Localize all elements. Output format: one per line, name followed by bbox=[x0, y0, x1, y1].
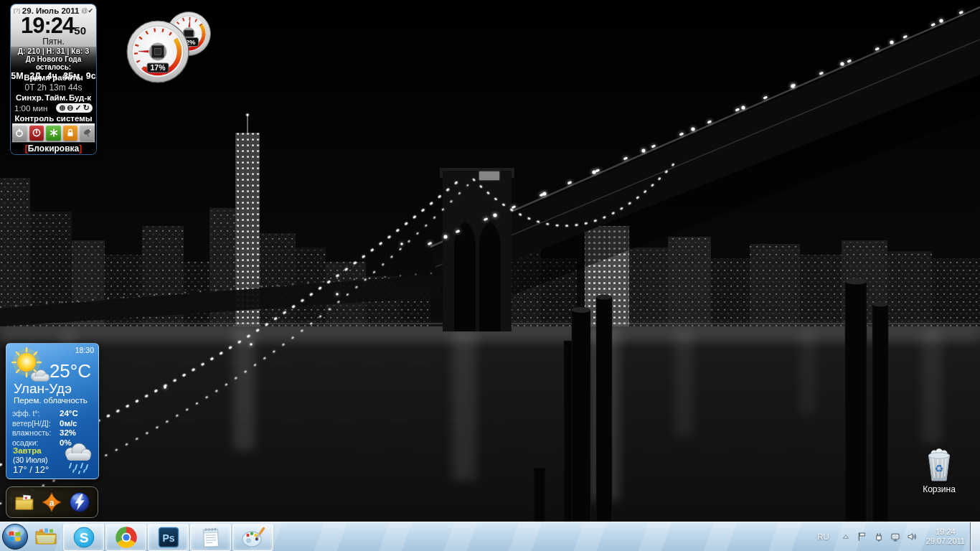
action-center-flag-icon[interactable] bbox=[854, 531, 871, 542]
check-icon[interactable]: ✔ bbox=[88, 7, 93, 14]
timer-tab-button[interactable]: Тайм. bbox=[44, 93, 67, 103]
recycle-bin-label: Корзина bbox=[917, 484, 961, 494]
svg-text:♻: ♻ bbox=[935, 463, 944, 474]
detail-value: 32% bbox=[60, 428, 76, 438]
taskbar-paint-button[interactable] bbox=[232, 524, 273, 551]
show-desktop-button[interactable] bbox=[970, 522, 980, 551]
forecast-temps: 17° / 12° bbox=[13, 464, 49, 475]
taskbar-skype-button[interactable]: S bbox=[63, 524, 104, 551]
recycle-bin-icon: ♻ bbox=[923, 448, 955, 484]
timer-value: 1:00 мин bbox=[14, 104, 47, 113]
sync-button[interactable]: Синхр. bbox=[16, 93, 44, 103]
forecast-day: Завтра bbox=[13, 446, 49, 456]
tray-date: 29.07.2011 bbox=[926, 537, 965, 546]
tray-clock[interactable]: 19:24 29.07.2011 bbox=[926, 527, 965, 546]
weather-time: 18:30 bbox=[75, 346, 94, 354]
hidden-icons-button[interactable] bbox=[838, 532, 854, 542]
paint-icon bbox=[241, 527, 265, 548]
quick-launch-dock: a bbox=[6, 486, 98, 518]
timer-plus-button[interactable]: ⊕ bbox=[59, 103, 65, 113]
recycle-bin[interactable]: ♻ Корзина bbox=[917, 448, 961, 494]
shutdown-button[interactable] bbox=[29, 126, 44, 141]
svg-text:a: a bbox=[50, 498, 55, 508]
volume-icon[interactable] bbox=[904, 531, 920, 542]
day-stats: Д: 210 | Н: 31 | Кв: 3 bbox=[11, 47, 96, 55]
taskbar-notepad-button[interactable] bbox=[190, 524, 231, 551]
power-button[interactable] bbox=[12, 126, 27, 141]
lock-label: Блокировка bbox=[28, 143, 80, 154]
alarm-button[interactable]: Буд-к bbox=[69, 93, 91, 103]
avast-antivirus-icon[interactable]: a bbox=[41, 491, 62, 513]
lock-button[interactable]: [Блокировка] bbox=[11, 142, 96, 154]
desktop: [?] 29. Июль 2011 @✔ 19:2450 Пятн. Д: 21… bbox=[0, 0, 980, 551]
svg-text:S: S bbox=[79, 530, 88, 545]
lock-workstation-button[interactable] bbox=[63, 126, 78, 141]
forecast-date: (30 Июля) bbox=[13, 456, 49, 464]
detail-value: 0м/с bbox=[60, 419, 77, 429]
countdown-label: До Нового Года осталось: bbox=[11, 55, 96, 71]
chrome-icon bbox=[115, 526, 138, 549]
svg-text:Ps: Ps bbox=[162, 532, 174, 543]
help-icon[interactable]: [?] bbox=[14, 7, 20, 14]
gadget-seconds: 50 bbox=[74, 24, 86, 37]
weather-condition: Перем. облачность bbox=[6, 396, 98, 405]
uptime-value: 0T 2h 13m 44s bbox=[11, 83, 96, 93]
taskbar-explorer-button[interactable] bbox=[31, 522, 62, 551]
taskbar-chrome-button[interactable] bbox=[105, 524, 146, 551]
notepad-icon bbox=[200, 526, 222, 549]
rain-cloud-icon bbox=[60, 441, 96, 474]
daemon-tools-icon[interactable] bbox=[69, 491, 90, 513]
system-meters-gadget[interactable]: 52% 17% bbox=[121, 10, 214, 93]
tray-time: 19:24 bbox=[926, 527, 965, 537]
skype-icon: S bbox=[72, 526, 95, 549]
cpu-usage-value: 17% bbox=[150, 63, 166, 72]
folder-icon[interactable] bbox=[14, 491, 35, 513]
explorer-folder-icon bbox=[34, 527, 59, 547]
network-icon[interactable] bbox=[887, 531, 904, 542]
taskbar-photoshop-button[interactable]: Ps bbox=[148, 524, 189, 551]
gadget-weekday: Пятн. bbox=[11, 37, 96, 47]
safely-remove-hardware-icon[interactable] bbox=[871, 531, 887, 542]
timer-minus-button[interactable]: ⊖ bbox=[67, 103, 73, 113]
photoshop-icon: Ps bbox=[157, 526, 180, 549]
cpu-chip-icon bbox=[152, 46, 164, 60]
system-control-label: Контроль системы bbox=[11, 113, 96, 123]
timer-reset-button[interactable]: ↻ bbox=[83, 103, 90, 113]
timer-apply-button[interactable]: ✓ bbox=[75, 103, 82, 113]
restart-button[interactable] bbox=[46, 126, 61, 141]
satellite-icon[interactable] bbox=[80, 126, 95, 141]
detail-label: эфф. t°: bbox=[12, 409, 60, 419]
system-tray: RU 19:24 29.07.2011 bbox=[817, 522, 980, 551]
weather-gadget[interactable]: 18:30 25°C Улан-Удэ Перем. облачность эф… bbox=[6, 343, 99, 479]
taskbar: S Ps bbox=[0, 522, 980, 551]
cpu-gauge: 17% bbox=[127, 21, 189, 88]
detail-label: ветер[Н/Д]: bbox=[12, 419, 60, 429]
sun-cloud-icon bbox=[9, 346, 50, 387]
start-button[interactable] bbox=[1, 523, 29, 550]
clock-gadget[interactable]: [?] 29. Июль 2011 @✔ 19:2450 Пятн. Д: 21… bbox=[10, 4, 97, 155]
detail-value: 24°C bbox=[60, 409, 78, 419]
detail-label: влажность: bbox=[12, 428, 60, 438]
language-indicator[interactable]: RU bbox=[817, 532, 829, 541]
gadget-time: 19:24 bbox=[21, 13, 74, 38]
